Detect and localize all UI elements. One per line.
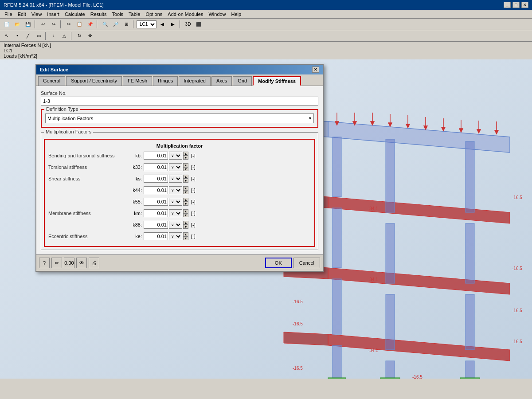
ok-button[interactable]: OK [265, 258, 292, 268]
input-ks[interactable] [144, 175, 168, 183]
menu-file[interactable]: File [2, 11, 15, 18]
spin-down-ks[interactable]: ▼ [183, 179, 188, 183]
tb-fit[interactable]: ⊞ [121, 20, 131, 29]
input-k33[interactable] [144, 163, 168, 171]
tab-hinges[interactable]: Hinges [153, 76, 178, 86]
menu-view[interactable]: View [29, 11, 45, 18]
tb2-move[interactable]: ✥ [85, 31, 95, 40]
mult-factors-outer-label: Multiplication Factors [44, 129, 93, 134]
tab-modify-stiffness[interactable]: Modify Stiffness [253, 76, 301, 86]
tb2-load[interactable]: ↓ [49, 31, 59, 40]
menu-table[interactable]: Table [126, 11, 143, 18]
tab-support[interactable]: Support / Eccentricity [66, 76, 122, 86]
spin-down-ke[interactable]: ▼ [183, 236, 188, 240]
menu-help[interactable]: Help [229, 11, 244, 18]
spin-down-k44[interactable]: ▼ [183, 190, 188, 194]
values-btn[interactable]: 0.00 [64, 258, 74, 268]
dropdown-ks[interactable]: ∨ [169, 175, 182, 183]
tb-render[interactable]: ⬛ [194, 20, 203, 29]
spin-up-k55[interactable]: ▲ [183, 198, 188, 202]
tab-general[interactable]: General [38, 76, 65, 86]
menu-calculate[interactable]: Calculate [62, 11, 88, 18]
dialog-main-content: Surface No. Definition Type Multiplicati… [36, 86, 323, 254]
tb2-rotate[interactable]: ↻ [74, 31, 84, 40]
cancel-button[interactable]: Cancel [293, 258, 320, 268]
edit-btn[interactable]: ✏ [51, 258, 62, 268]
tab-integrated[interactable]: Integrated [179, 76, 211, 86]
row-symbol-km: km: [128, 211, 144, 216]
print-btn[interactable]: 🖨 [89, 258, 99, 268]
spin-down-k55[interactable]: ▼ [183, 202, 188, 206]
tb2-line[interactable]: ╱ [23, 31, 33, 40]
tb-zoom-out[interactable]: 🔎 [111, 20, 121, 29]
tb-prev[interactable]: ◀ [157, 20, 167, 29]
dropdown-k33[interactable]: ∨ [169, 163, 182, 171]
tb-save[interactable]: 💾 [23, 20, 33, 29]
svg-rect-20 [386, 361, 395, 379]
menu-options[interactable]: Options [143, 11, 165, 18]
input-k44[interactable] [144, 186, 168, 194]
tab-grid[interactable]: Grid [233, 76, 252, 86]
tab-femesh[interactable]: FE Mesh [123, 76, 152, 86]
tb2-surface[interactable]: ▭ [34, 31, 43, 40]
tb-3d[interactable]: 3D [183, 20, 193, 29]
tb-paste[interactable]: 📌 [85, 20, 95, 29]
dropdown-kb[interactable]: ∨ [169, 152, 182, 160]
spin-up-k33[interactable]: ▲ [183, 163, 188, 167]
tb-new[interactable]: 📄 [2, 20, 12, 29]
tb-copy[interactable]: 📋 [74, 20, 84, 29]
row-input-group-ks: ∨ ▲ ▼ [-] [144, 175, 196, 183]
tb-zoom-in[interactable]: 🔍 [100, 20, 110, 29]
spin-up-km[interactable]: ▲ [183, 209, 188, 213]
row-symbol-ks: ks: [128, 176, 144, 181]
tb2-node[interactable]: • [12, 31, 22, 40]
load-case-combo[interactable]: LC1 [137, 20, 156, 28]
tb2-select[interactable]: ↖ [2, 31, 12, 40]
input-k55[interactable] [144, 198, 168, 206]
tb-redo[interactable]: ↪ [49, 20, 59, 29]
dropdown-k88[interactable]: ∨ [169, 221, 182, 229]
dialog-close-btn[interactable]: ✕ [312, 66, 319, 73]
dropdown-km[interactable]: ∨ [169, 209, 182, 217]
spin-down-k88[interactable]: ▼ [183, 225, 188, 229]
input-ke[interactable] [144, 232, 168, 240]
spin-down-km[interactable]: ▼ [183, 213, 188, 217]
tb2-support[interactable]: △ [59, 31, 69, 40]
svg-rect-21 [328, 378, 346, 379]
tb-next[interactable]: ▶ [168, 20, 178, 29]
tb-undo[interactable]: ↩ [38, 20, 48, 29]
spin-up-k44[interactable]: ▲ [183, 186, 188, 190]
minimize-btn[interactable]: _ [504, 2, 511, 8]
spin-up-k88[interactable]: ▲ [183, 221, 188, 225]
input-km[interactable] [144, 209, 168, 217]
tb-cut[interactable]: ✂ [64, 20, 74, 29]
input-k88[interactable] [144, 221, 168, 229]
tb-open[interactable]: 📂 [12, 20, 22, 29]
menu-tools[interactable]: Tools [109, 11, 126, 18]
spin-down-k33[interactable]: ▼ [183, 167, 188, 171]
spin-up-ke[interactable]: ▲ [183, 232, 188, 236]
unit-ks: [-] [191, 176, 196, 181]
menu-results[interactable]: Results [88, 11, 110, 18]
svg-text:-16.5: -16.5 [293, 299, 303, 304]
spin-up-kb[interactable]: ▲ [183, 152, 188, 156]
close-btn[interactable]: ✕ [521, 2, 528, 8]
surface-no-input[interactable] [41, 97, 318, 106]
input-kb[interactable] [144, 152, 168, 160]
view-btn[interactable]: 👁 [76, 258, 87, 268]
help-btn[interactable]: ? [39, 258, 50, 268]
dropdown-k44[interactable]: ∨ [169, 186, 182, 194]
tab-axes[interactable]: Axes [211, 76, 232, 86]
menu-edit[interactable]: Edit [15, 11, 29, 18]
definition-type-select[interactable]: Multiplication Factors Stiffness Matrix … [45, 113, 314, 123]
menu-window[interactable]: Window [206, 11, 228, 18]
menu-addons[interactable]: Add-on Modules [165, 11, 206, 18]
dropdown-ke[interactable]: ∨ [169, 232, 182, 240]
unit-k44: [-] [191, 188, 196, 193]
spin-down-kb[interactable]: ▼ [183, 156, 188, 160]
tb-sep-2 [60, 20, 62, 28]
spin-up-ks[interactable]: ▲ [183, 175, 188, 179]
dropdown-k55[interactable]: ∨ [169, 198, 182, 206]
menu-insert[interactable]: Insert [44, 11, 62, 18]
maximize-btn[interactable]: □ [512, 2, 520, 8]
